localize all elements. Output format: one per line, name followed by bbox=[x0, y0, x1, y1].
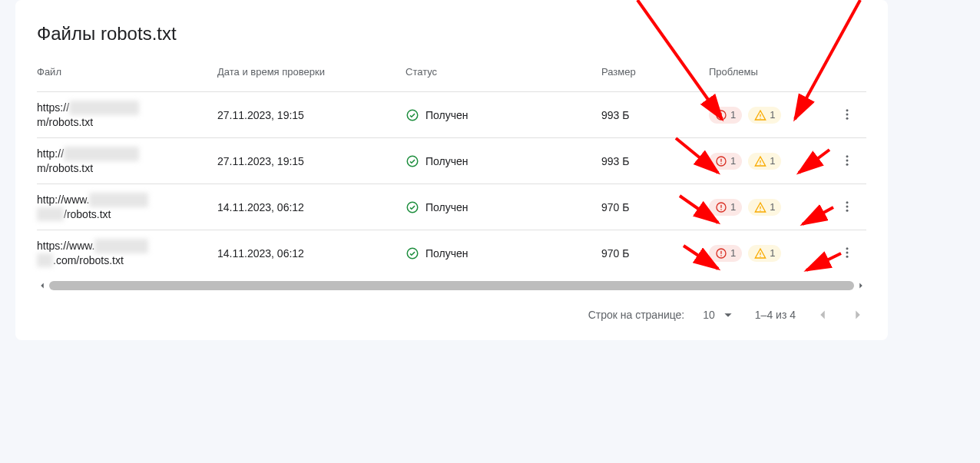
date-cell: 14.11.2023, 06:12 bbox=[217, 201, 406, 213]
check-circle-icon bbox=[406, 154, 419, 168]
svg-point-17 bbox=[846, 164, 849, 166]
svg-point-5 bbox=[760, 117, 761, 118]
svg-point-0 bbox=[407, 110, 418, 121]
warning-badge[interactable]: 1 bbox=[748, 245, 781, 262]
status-cell: Получен bbox=[406, 154, 601, 168]
error-badge[interactable]: 1 bbox=[709, 153, 742, 170]
row-menu[interactable] bbox=[832, 151, 862, 170]
size-cell: 970 Б bbox=[601, 201, 709, 213]
row-menu[interactable] bbox=[832, 243, 862, 263]
page-title: Файлы robots.txt bbox=[37, 23, 866, 45]
error-icon bbox=[715, 201, 727, 213]
svg-point-8 bbox=[846, 117, 849, 120]
robots-files-card: Файлы robots.txt Файл Дата и время прове… bbox=[15, 0, 888, 340]
size-cell: 970 Б bbox=[601, 247, 709, 260]
error-badge[interactable]: 1 bbox=[709, 245, 742, 262]
svg-point-16 bbox=[846, 160, 849, 162]
col-issues: Проблемы bbox=[709, 66, 832, 78]
svg-point-30 bbox=[720, 255, 722, 256]
issues-cell: 1 1 bbox=[709, 199, 832, 216]
status-cell: Получен bbox=[406, 246, 601, 260]
rows-per-page-label: Строк на странице: bbox=[588, 309, 685, 321]
table-row[interactable]: http://www.xxxxxxxxxxx xxxxx/robots.txt … bbox=[37, 184, 866, 230]
error-icon bbox=[715, 109, 727, 121]
table-row[interactable]: https://xxxxxxxxxxxxx m/robots.txt 27.11… bbox=[37, 91, 866, 137]
svg-point-14 bbox=[760, 164, 761, 164]
status-cell: Получен bbox=[406, 200, 601, 214]
next-page-button[interactable] bbox=[849, 306, 866, 323]
rows-per-page-select[interactable]: 10 bbox=[703, 306, 737, 323]
svg-point-12 bbox=[720, 163, 722, 164]
col-size: Размер bbox=[601, 66, 709, 78]
col-status: Статус bbox=[406, 66, 601, 78]
col-file: Файл bbox=[37, 66, 217, 78]
size-cell: 993 Б bbox=[601, 109, 709, 121]
svg-point-26 bbox=[846, 210, 849, 212]
chevron-down-icon bbox=[720, 306, 737, 323]
error-icon bbox=[715, 155, 727, 167]
svg-point-25 bbox=[846, 206, 849, 208]
svg-point-7 bbox=[846, 114, 849, 116]
status-cell: Получен bbox=[406, 108, 601, 122]
check-circle-icon bbox=[406, 246, 419, 260]
svg-point-32 bbox=[760, 256, 761, 256]
svg-point-23 bbox=[760, 210, 761, 210]
error-icon bbox=[715, 247, 727, 260]
prev-page-button[interactable] bbox=[814, 306, 831, 323]
more-vert-icon[interactable] bbox=[838, 105, 856, 124]
scroll-left-icon[interactable] bbox=[37, 280, 48, 291]
svg-point-34 bbox=[846, 252, 849, 254]
warning-icon bbox=[754, 109, 766, 121]
page-range: 1–4 из 4 bbox=[755, 309, 796, 321]
more-vert-icon[interactable] bbox=[838, 243, 856, 262]
more-vert-icon[interactable] bbox=[838, 151, 856, 170]
date-cell: 27.11.2023, 19:15 bbox=[217, 109, 406, 121]
scroll-track[interactable] bbox=[49, 281, 854, 290]
table-row[interactable]: http://xxxxxxxxxxxxxx m/robots.txt 27.11… bbox=[37, 137, 866, 184]
date-cell: 14.11.2023, 06:12 bbox=[217, 247, 406, 260]
issues-cell: 1 1 bbox=[709, 153, 832, 170]
issues-cell: 1 1 bbox=[709, 245, 832, 262]
warning-badge[interactable]: 1 bbox=[748, 153, 781, 170]
more-vert-icon[interactable] bbox=[838, 197, 856, 216]
date-cell: 27.11.2023, 19:15 bbox=[217, 155, 406, 167]
file-cell: http://xxxxxxxxxxxxxx m/robots.txt bbox=[37, 147, 217, 176]
file-cell: https://www.xxxxxxxxxx xxx.com/robots.tx… bbox=[37, 239, 217, 268]
svg-point-33 bbox=[846, 247, 849, 250]
svg-point-21 bbox=[720, 209, 722, 210]
row-menu[interactable] bbox=[832, 105, 862, 124]
svg-point-15 bbox=[846, 155, 849, 157]
col-date: Дата и время проверки bbox=[217, 66, 406, 78]
svg-point-18 bbox=[407, 202, 418, 213]
svg-point-35 bbox=[846, 256, 849, 258]
file-cell: https://xxxxxxxxxxxxx m/robots.txt bbox=[37, 101, 217, 130]
warning-badge[interactable]: 1 bbox=[748, 199, 781, 216]
error-badge[interactable]: 1 bbox=[709, 199, 742, 216]
size-cell: 993 Б bbox=[601, 155, 709, 167]
table-header: Файл Дата и время проверки Статус Размер… bbox=[37, 66, 866, 91]
error-badge[interactable]: 1 bbox=[709, 107, 742, 124]
rows-per-page-value: 10 bbox=[703, 309, 715, 321]
issues-cell: 1 1 bbox=[709, 107, 832, 124]
robots-table: Файл Дата и время проверки Статус Размер… bbox=[37, 66, 866, 276]
check-circle-icon bbox=[406, 108, 419, 122]
svg-point-24 bbox=[846, 201, 849, 203]
warning-badge[interactable]: 1 bbox=[748, 107, 781, 124]
horizontal-scrollbar[interactable] bbox=[37, 280, 866, 291]
warning-icon bbox=[754, 201, 766, 213]
file-cell: http://www.xxxxxxxxxxx xxxxx/robots.txt bbox=[37, 193, 217, 222]
svg-point-6 bbox=[846, 109, 849, 111]
warning-icon bbox=[754, 247, 766, 260]
pagination: Строк на странице: 10 1–4 из 4 bbox=[37, 306, 866, 323]
check-circle-icon bbox=[406, 200, 419, 214]
scroll-right-icon[interactable] bbox=[856, 280, 866, 291]
svg-point-3 bbox=[720, 117, 722, 118]
row-menu[interactable] bbox=[832, 197, 862, 217]
warning-icon bbox=[754, 155, 766, 167]
svg-point-27 bbox=[407, 248, 418, 259]
svg-point-9 bbox=[407, 156, 418, 167]
table-row[interactable]: https://www.xxxxxxxxxx xxx.com/robots.tx… bbox=[37, 230, 866, 276]
